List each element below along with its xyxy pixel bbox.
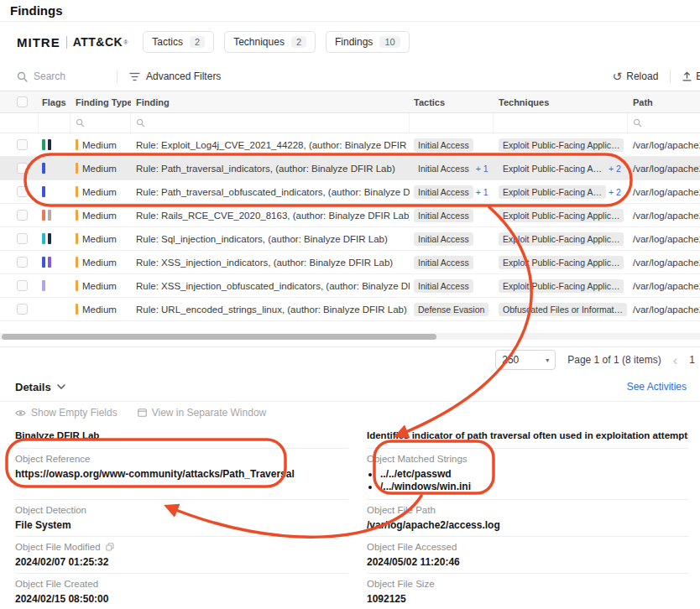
techniques-cell: Exploit Public-Facing Applic…: [494, 232, 628, 246]
chevron-down-icon: [57, 384, 65, 389]
field-label: Object File Size: [367, 579, 435, 589]
column-header-finding[interactable]: Finding: [131, 97, 410, 107]
row-checkbox[interactable]: [17, 280, 28, 291]
row-checkbox[interactable]: [17, 233, 28, 244]
tactics-cell: Initial Access: [410, 279, 494, 293]
findings-page: Findings MITRE ATT&CK ® Tactics 2 Techni…: [0, 0, 700, 609]
techniques-cell: Exploit Public-Facing Applic…: [494, 279, 628, 293]
tactic-tag: Initial Access: [414, 185, 473, 199]
reload-button[interactable]: ↺ Reload: [613, 70, 659, 82]
view-in-separate-window-button[interactable]: View in Separate Window: [138, 407, 267, 419]
row-flags: [39, 280, 71, 291]
mitre-logo-text: MITRE: [17, 35, 60, 49]
row-checkbox[interactable]: [17, 257, 28, 268]
field-label: Object Reference: [15, 454, 91, 464]
current-page-number[interactable]: 1: [689, 354, 695, 366]
details-title-label: Details: [15, 381, 51, 393]
table-row[interactable]: Medium Rule: Rails_RCE_CVE_2020_8163, (a…: [0, 204, 700, 227]
severity-label: Medium: [82, 304, 117, 315]
brand-row: MITRE ATT&CK ® Tactics 2 Techniques 2 Fi…: [0, 22, 700, 62]
chevron-left-icon[interactable]: ‹: [673, 353, 678, 367]
column-header-techniques[interactable]: Techniques: [494, 97, 628, 107]
show-empty-fields-toggle[interactable]: Show Empty Fields: [15, 407, 118, 419]
path-cell: /var/log/apache2/: [628, 211, 700, 221]
tactics-cell: Initial Access+ 1: [410, 185, 494, 199]
technique-more-link[interactable]: + 2: [609, 164, 621, 174]
column-header-finding-type[interactable]: Finding Type: [71, 97, 131, 107]
tab-group: Tactics 2 Techniques 2 Findings 10: [143, 31, 409, 53]
horizontal-scrollbar-thumb[interactable]: [2, 334, 436, 340]
select-all-checkbox[interactable]: [17, 96, 28, 107]
technique-tag: Exploit Public-Facing Applic…: [499, 138, 624, 152]
row-checkbox[interactable]: [17, 304, 28, 315]
table-row[interactable]: Medium Rule: XSS_injection_indicators, (…: [0, 251, 700, 274]
chevron-down-icon: ▾: [546, 357, 549, 364]
view-in-separate-window-label: View in Separate Window: [152, 407, 267, 419]
row-flags: [39, 163, 71, 174]
techniques-cell: Exploit Public-Facing Applic…: [494, 138, 628, 152]
copy-icon[interactable]: [106, 543, 114, 551]
search-icon: [17, 71, 28, 82]
finding-cell: Rule: XSS_injection_obfuscated_indicator…: [131, 281, 410, 291]
row-checkbox[interactable]: [17, 163, 28, 174]
show-empty-fields-label: Show Empty Fields: [31, 407, 118, 419]
row-checkbox[interactable]: [17, 210, 28, 221]
tab-findings[interactable]: Findings 10: [326, 31, 410, 53]
row-flags: [39, 233, 71, 244]
severity-label: Medium: [82, 164, 117, 174]
page-size-select[interactable]: 250 ▾: [495, 350, 556, 370]
field-value: 2024/02/07 01:25:32: [15, 556, 348, 568]
details-fields: Binalyze DFIR Lab Identifies indicator o…: [0, 424, 700, 609]
tab-techniques[interactable]: Techniques 2: [224, 31, 316, 53]
details-collapse-toggle[interactable]: Details: [15, 381, 65, 393]
column-header-path[interactable]: Path: [628, 97, 700, 107]
field-label: Object File Created: [15, 579, 98, 589]
severity-bar: [76, 304, 78, 315]
finding-cell: Rule: Path_traversal_indicators, (author…: [131, 164, 410, 174]
tactic-tag: Initial Access: [414, 162, 473, 175]
table-filter-row: [0, 113, 700, 133]
table-row[interactable]: Medium Rule: Path_traversal_obfuscated_i…: [0, 180, 700, 204]
techniques-cell: Exploit Public-Facing Applic…: [494, 209, 628, 222]
logo-divider: [66, 36, 67, 49]
column-search-icon[interactable]: [76, 118, 85, 128]
export-button[interactable]: Export: [682, 70, 700, 82]
search-input[interactable]: Search: [17, 70, 105, 82]
column-header-flags[interactable]: Flags: [39, 97, 71, 107]
row-flags: [39, 257, 71, 268]
eye-icon: [15, 409, 26, 417]
table-row[interactable]: Medium Rule: Exploit_Log4j_CVE_2021_4422…: [0, 133, 700, 157]
column-search-icon[interactable]: [136, 118, 145, 128]
table-row[interactable]: Medium Rule: URL_encoded_strings_linux, …: [0, 298, 700, 321]
severity-bar: [76, 163, 78, 174]
path-cell: /var/log/apache2/: [628, 140, 700, 150]
technique-more-link[interactable]: + 2: [609, 187, 621, 197]
row-checkbox[interactable]: [17, 139, 28, 150]
tactic-tag: Initial Access: [414, 279, 473, 293]
severity-bar: [76, 233, 78, 244]
mitre-attack-logo: MITRE ATT&CK ®: [17, 35, 128, 49]
column-search-icon[interactable]: [633, 118, 642, 128]
path-cell: /var/log/apache2/: [628, 234, 700, 244]
toolbar-divider: [117, 70, 118, 83]
table-row[interactable]: Medium Rule: XSS_injection_obfuscated_in…: [0, 274, 700, 298]
tactic-more-link[interactable]: + 1: [476, 164, 488, 174]
finding-cell: Rule: Exploit_Log4j_CVE_2021_44228, (aut…: [131, 140, 410, 150]
advanced-filters-button[interactable]: Advanced Filters: [129, 70, 221, 82]
tab-tactics[interactable]: Tactics 2: [143, 31, 214, 53]
field-value: 1092125: [367, 593, 688, 605]
finding-cell: Rule: Rails_RCE_CVE_2020_8163, (author: …: [131, 211, 410, 221]
techniques-cell: Exploit Public-Facing A…+ 2: [494, 185, 628, 199]
technique-tag: Exploit Public-Facing Applic…: [499, 209, 624, 222]
reload-icon: ↺: [613, 70, 623, 82]
see-activities-link[interactable]: See Activities: [627, 381, 687, 393]
table-row[interactable]: Medium Rule: Sql_injection_indicators, (…: [0, 227, 700, 251]
column-header-tactics[interactable]: Tactics: [410, 97, 494, 107]
finding-type-cell: Medium: [71, 163, 131, 174]
table-row[interactable]: Medium Rule: Path_traversal_indicators, …: [0, 157, 700, 180]
tactic-more-link[interactable]: + 1: [476, 187, 488, 197]
matched-string-item: /.../windows/win.ini: [380, 481, 688, 493]
row-checkbox[interactable]: [17, 186, 28, 197]
pagination-summary: Page 1 of 1 (8 items): [567, 354, 661, 366]
matched-strings-list: ../../etc/passwd /.../windows/win.ini: [380, 468, 688, 493]
